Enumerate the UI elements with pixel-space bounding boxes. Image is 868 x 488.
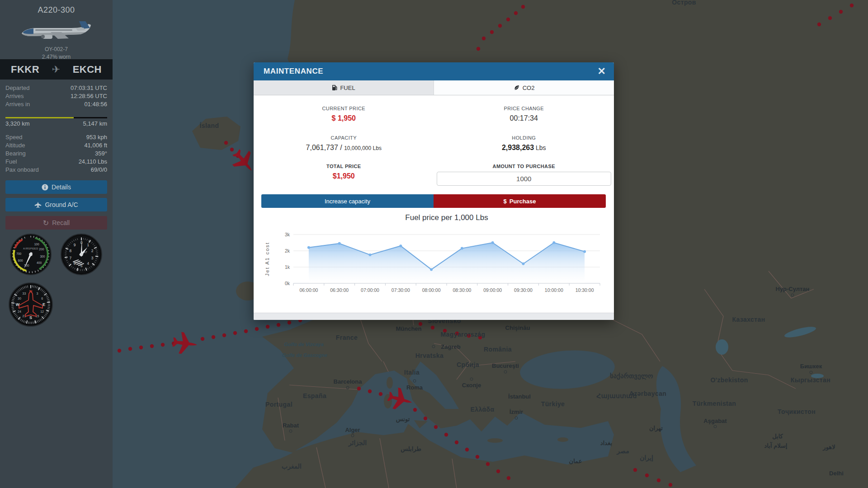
city-marker	[810, 371, 813, 374]
flight-progress: 3,320 km 5,147 km	[5, 117, 107, 127]
schedule-row: Departed07:03:31 UTC	[5, 84, 107, 92]
svg-text:700: 700	[16, 252, 21, 255]
app-screen: ÍslandОстровFranceGolfo de VizcayaGolfe …	[0, 0, 868, 488]
holding-number: 2,938,263	[502, 144, 534, 151]
modal-footer	[254, 313, 614, 320]
city-marker	[470, 378, 473, 381]
distance-total: 5,147 km	[83, 120, 107, 127]
city-marker	[289, 430, 292, 433]
city-marker	[714, 425, 717, 428]
info-icon	[42, 184, 48, 191]
holding-label: HOLDING	[434, 135, 614, 141]
airspeed-gauge: 100200300400500600700AIRSPEED	[9, 233, 52, 276]
svg-text:400: 400	[37, 261, 42, 264]
svg-text:1k: 1k	[285, 264, 290, 270]
capacity-sep: /	[338, 144, 344, 151]
city-marker	[515, 417, 518, 420]
schedule-row: Arrives12:28:56 UTC	[5, 92, 107, 100]
svg-text:07:00:00: 07:00:00	[361, 287, 379, 293]
svg-text:Fuel price per 1,000 Lbs: Fuel price per 1,000 Lbs	[405, 213, 488, 222]
stat-row: Speed953 kph	[5, 133, 107, 141]
details-button[interactable]: Details	[5, 180, 107, 194]
capacity-value: 7,061,737 / 10,000,000 Lbs	[254, 144, 434, 152]
capacity-current: 7,061,737	[306, 144, 338, 151]
svg-text:9: 9	[74, 243, 76, 247]
tab-co2-label: CO2	[523, 84, 535, 91]
svg-text:30: 30	[18, 297, 21, 300]
svg-text:6: 6	[41, 297, 43, 300]
svg-text:09:30:00: 09:30:00	[514, 287, 533, 293]
recall-label: Recall	[52, 219, 70, 226]
capacity-label: CAPACITY	[254, 135, 434, 141]
holding-value: 2,938,263 Lbs	[434, 144, 614, 152]
svg-text:07:30:00: 07:30:00	[392, 287, 410, 293]
purchase-button[interactable]: $ Purchase	[434, 194, 606, 208]
svg-text:24: 24	[18, 310, 21, 313]
progress-fill	[5, 117, 74, 118]
svg-text:09:00:00: 09:00:00	[483, 287, 502, 293]
price-change-value: 00:17:34	[434, 114, 614, 122]
city-marker	[413, 380, 416, 383]
svg-text:300: 300	[40, 255, 45, 258]
plane-icon: ✈	[52, 64, 60, 75]
svg-text:06:00:00: 06:00:00	[299, 287, 318, 293]
svg-text:06:30:00: 06:30:00	[330, 287, 349, 293]
svg-text:08:30:00: 08:30:00	[453, 287, 471, 293]
details-label: Details	[52, 183, 71, 191]
stat-row: Fuel24,110 Lbs	[5, 158, 107, 166]
fuel-price-chart: Fuel price per 1,000 LbsJet A1 cost0k1k2…	[262, 212, 605, 307]
ground-aircraft-button[interactable]: Ground A/C	[5, 198, 107, 211]
city-marker	[432, 345, 435, 348]
schedule-rows: Departed07:03:31 UTCArrives12:28:56 UTCA…	[5, 84, 107, 108]
modal-title: MAINTENANCE	[264, 67, 323, 76]
svg-text:S: S	[29, 315, 32, 320]
svg-text:7: 7	[70, 256, 72, 260]
distance-flown: 3,320 km	[5, 120, 29, 127]
svg-text:4: 4	[87, 261, 90, 266]
svg-text:0: 0	[80, 240, 83, 245]
arrival-code: EKCH	[73, 64, 102, 75]
purchase-label: Purchase	[509, 198, 536, 205]
amount-to-purchase-input[interactable]	[437, 172, 612, 186]
close-icon[interactable]: ✕	[598, 66, 606, 76]
svg-text:10:00:00: 10:00:00	[545, 287, 563, 293]
fuel-pump-icon	[332, 84, 337, 91]
city-marker	[346, 386, 349, 389]
city-marker	[504, 371, 507, 374]
aircraft-registration: OY-002-7	[0, 46, 113, 52]
total-price-label: TOTAL PRICE	[254, 164, 434, 169]
tab-fuel[interactable]: FUEL	[254, 80, 434, 95]
fuel-panel: CURRENT PRICE $ 1,950 PRICE CHANGE 00:17…	[254, 95, 614, 313]
flight-sidebar: A220-300 OY-002-7 2.47% worn FKKR ✈ EKCH…	[0, 0, 113, 488]
increase-capacity-label: Increase capacity	[325, 198, 370, 205]
svg-text:2k: 2k	[285, 248, 290, 253]
tab-co2[interactable]: CO2	[434, 80, 614, 95]
svg-text:Jet A1 cost: Jet A1 cost	[264, 242, 270, 276]
stat-rows: Speed953 kphAltitude41,006 ftBearing359°…	[5, 133, 107, 174]
amount-to-purchase-label: AMOUNT TO PURCHASE	[434, 164, 614, 169]
tab-fuel-label: FUEL	[340, 84, 355, 91]
maintenance-modal: MAINTENANCE ✕ FUEL CO2	[254, 62, 614, 320]
aircraft-image	[18, 19, 95, 45]
city-marker	[351, 434, 354, 437]
modal-header: MAINTENANCE ✕	[254, 62, 614, 80]
recall-button[interactable]: ↻ Recall	[5, 216, 107, 230]
holding-unit: Lbs	[534, 144, 546, 151]
dollar-icon: $	[504, 198, 507, 205]
ground-label: Ground A/C	[45, 201, 78, 208]
route-bar: FKKR ✈ EKCH	[0, 59, 113, 80]
svg-text:600: 600	[18, 259, 23, 262]
aircraft-model: A220-300	[0, 0, 113, 15]
svg-text:100: 100	[34, 243, 39, 246]
svg-text:2: 2	[91, 249, 94, 253]
capacity-max: 10,000,000 Lbs	[344, 145, 382, 151]
svg-text:12: 12	[40, 310, 44, 313]
svg-text:3: 3	[37, 292, 38, 295]
stat-row: Bearing359°	[5, 150, 107, 158]
svg-text:33: 33	[23, 292, 26, 295]
current-price-label: CURRENT PRICE	[254, 106, 434, 111]
stat-row: Pax onboard69/0/0	[5, 166, 107, 174]
svg-text:200: 200	[39, 248, 44, 251]
increase-capacity-button[interactable]: Increase capacity	[261, 194, 434, 208]
current-price-value: $ 1,950	[254, 114, 434, 122]
